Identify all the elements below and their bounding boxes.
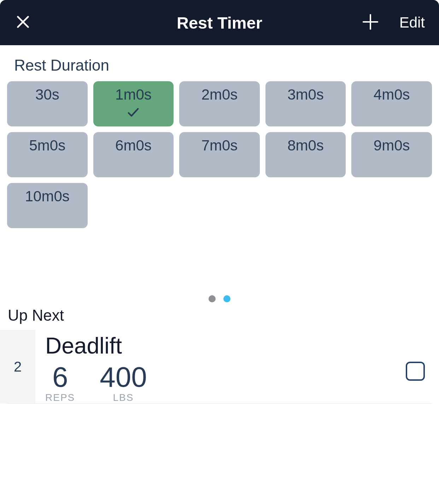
duration-tile-10m0s[interactable]: 10m0s: [7, 183, 88, 228]
duration-grid: 30s1m0s2m0s3m0s4m0s5m0s6m0s7m0s8m0s9m0s1…: [7, 81, 432, 228]
header-left: [14, 13, 85, 32]
exercise-name: Deadlift: [45, 333, 432, 359]
plus-icon[interactable]: [361, 12, 380, 33]
duration-tile-label: 8m0s: [287, 137, 324, 154]
duration-tile-label: 3m0s: [287, 86, 324, 103]
duration-tile-label: 6m0s: [115, 137, 152, 154]
duration-tile-1m0s[interactable]: 1m0s: [93, 81, 174, 126]
header: Rest Timer Edit: [0, 0, 439, 45]
pager-dot-1[interactable]: [209, 295, 216, 302]
duration-tile-7m0s[interactable]: 7m0s: [179, 132, 260, 177]
page-title: Rest Timer: [177, 13, 262, 32]
set-number: 2: [0, 330, 35, 403]
header-center: Rest Timer: [85, 13, 354, 32]
duration-tile-label: 30s: [35, 86, 59, 103]
duration-tile-label: 4m0s: [374, 86, 410, 103]
duration-tile-2m0s[interactable]: 2m0s: [179, 81, 260, 126]
close-icon[interactable]: [14, 13, 32, 32]
duration-tile-5m0s[interactable]: 5m0s: [7, 132, 88, 177]
duration-tile-4m0s[interactable]: 4m0s: [351, 81, 432, 126]
duration-tile-label: 10m0s: [25, 188, 70, 205]
duration-tile-label: 9m0s: [374, 137, 410, 154]
duration-tile-label: 1m0s: [115, 86, 152, 103]
exercise-stats: 6 REPS 400 LBS: [45, 363, 432, 403]
header-right: Edit: [354, 12, 425, 33]
duration-tile-9m0s[interactable]: 9m0s: [351, 132, 432, 177]
up-next-card: 2 Deadlift 6 REPS 400 LBS: [7, 330, 432, 404]
reps-label: REPS: [45, 392, 75, 403]
lbs-stat: 400 LBS: [100, 363, 147, 403]
page-indicator: [7, 295, 432, 302]
reps-stat: 6 REPS: [45, 363, 75, 403]
duration-tile-label: 2m0s: [201, 86, 238, 103]
duration-tile-label: 5m0s: [29, 137, 65, 154]
duration-tile-30s[interactable]: 30s: [7, 81, 88, 126]
complete-checkbox[interactable]: [406, 362, 425, 381]
exercise-info: Deadlift 6 REPS 400 LBS: [35, 330, 432, 403]
duration-tile-6m0s[interactable]: 6m0s: [93, 132, 174, 177]
content: Rest Duration 30s1m0s2m0s3m0s4m0s5m0s6m0…: [0, 45, 439, 404]
lbs-value: 400: [100, 363, 147, 391]
duration-tile-8m0s[interactable]: 8m0s: [265, 132, 346, 177]
duration-tile-label: 7m0s: [201, 137, 238, 154]
rest-duration-label: Rest Duration: [14, 57, 425, 74]
duration-tile-3m0s[interactable]: 3m0s: [265, 81, 346, 126]
lbs-label: LBS: [113, 392, 134, 403]
edit-button[interactable]: Edit: [399, 14, 425, 31]
reps-value: 6: [52, 363, 68, 391]
up-next-label: Up Next: [8, 307, 432, 324]
pager-dot-2[interactable]: [223, 295, 230, 302]
check-icon: [126, 105, 140, 121]
